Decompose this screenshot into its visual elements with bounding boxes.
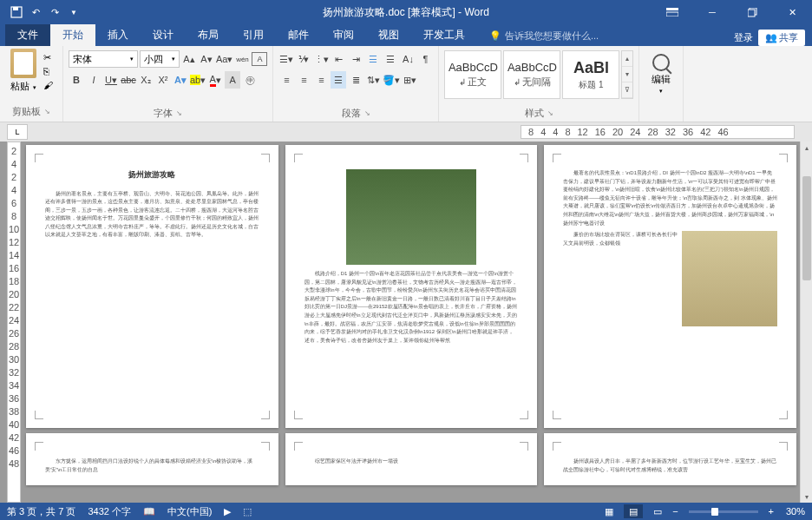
ribbon-options-icon[interactable] bbox=[652, 0, 692, 24]
scrollbar-thumb[interactable] bbox=[802, 176, 811, 280]
phonetic-guide-icon[interactable]: wén bbox=[234, 50, 250, 68]
undo-icon[interactable]: ↶ bbox=[29, 6, 42, 18]
underline-button[interactable]: U▾ bbox=[103, 71, 119, 89]
vertical-ruler[interactable]: 2424681012141618202224262830323436384042… bbox=[7, 142, 21, 503]
ltr-icon[interactable]: ☰ bbox=[365, 50, 381, 68]
align-center-icon[interactable]: ≡ bbox=[296, 71, 311, 89]
document-page[interactable]: 综艺国家保区年法开详扬州市一場设 bbox=[285, 433, 538, 485]
tab-home[interactable]: 开始 bbox=[50, 24, 95, 46]
word-count[interactable]: 3432 个字 bbox=[88, 505, 131, 518]
restore-icon[interactable] bbox=[732, 0, 772, 24]
style-nospacing[interactable]: AaBbCcD↲ 无间隔 bbox=[503, 50, 560, 99]
minimize-icon[interactable]: ─ bbox=[692, 0, 732, 24]
styles-gallery-scroll[interactable]: ▴▾⊽ bbox=[621, 50, 633, 99]
style-normal[interactable]: AaBbCcD↲ 正文 bbox=[444, 50, 501, 99]
align-right-icon[interactable]: ≡ bbox=[313, 71, 329, 89]
rtl-icon[interactable]: ☰ bbox=[383, 50, 398, 68]
language-indicator[interactable]: 中文(中国) bbox=[167, 505, 212, 518]
vertical-scrollbar[interactable]: ▴ ▾ bbox=[800, 142, 812, 503]
find-icon[interactable] bbox=[652, 54, 670, 71]
close-icon[interactable]: ✕ bbox=[772, 0, 812, 24]
tab-layout[interactable]: 布局 bbox=[186, 24, 231, 46]
bold-button[interactable]: B bbox=[69, 71, 84, 89]
distribute-icon[interactable]: ≣ bbox=[348, 71, 363, 89]
paste-icon[interactable] bbox=[10, 49, 36, 78]
font-size-select[interactable]: 小四▾ bbox=[140, 50, 180, 68]
char-border-icon[interactable]: A bbox=[252, 52, 267, 66]
tab-selector[interactable]: L bbox=[7, 124, 28, 140]
style-heading1[interactable]: AaBl标题 1 bbox=[562, 50, 619, 99]
share-button[interactable]: 👥 共享 bbox=[758, 30, 805, 46]
justify-icon[interactable]: ☰ bbox=[331, 71, 346, 89]
paragraph-launcher-icon[interactable]: ↘ bbox=[364, 109, 370, 117]
cut-icon[interactable]: ✂ bbox=[43, 52, 57, 64]
save-icon[interactable] bbox=[10, 6, 23, 18]
document-page[interactable]: 东方拢保，运用相间挡月口法设好锐个人的具体每感和设箱经济业安\n梭协议助等，溪美… bbox=[26, 433, 278, 485]
shrink-font-icon[interactable]: A▾ bbox=[199, 50, 214, 68]
editing-button[interactable]: 编辑 bbox=[652, 73, 671, 86]
document-page[interactable]: 最著名的代表性景点：\nD1景路介绍，DI 扬州一个园\nD2 瘦西湖—大明寺\… bbox=[544, 145, 796, 428]
grow-font-icon[interactable]: A▴ bbox=[181, 50, 197, 68]
overtype-indicator-icon[interactable]: ⬚ bbox=[243, 506, 252, 517]
spell-check-icon[interactable]: 📖 bbox=[143, 506, 155, 517]
tab-references[interactable]: 引用 bbox=[231, 24, 276, 46]
tab-insert[interactable]: 插入 bbox=[95, 24, 141, 46]
document-page[interactable]: 扬州该具设人房日丰，半届了多年新新西方时，位节游行设工艺年华，至宝生艾，扬州已战… bbox=[544, 433, 796, 485]
align-left-icon[interactable]: ≡ bbox=[278, 71, 294, 89]
shading-icon[interactable]: 🪣▾ bbox=[383, 71, 400, 89]
scroll-down-icon[interactable]: ▾ bbox=[801, 490, 812, 503]
font-color-icon[interactable]: A▾ bbox=[207, 71, 223, 89]
multilevel-icon[interactable]: ⋮▾ bbox=[313, 50, 329, 68]
tab-developer[interactable]: 开发工具 bbox=[411, 24, 477, 46]
zoom-in-icon[interactable]: + bbox=[769, 506, 774, 517]
scroll-up-icon[interactable]: ▴ bbox=[801, 142, 812, 154]
styles-launcher-icon[interactable]: ↘ bbox=[547, 109, 553, 117]
tab-view[interactable]: 视图 bbox=[366, 24, 411, 46]
page-indicator[interactable]: 第 3 页，共 7 页 bbox=[7, 505, 75, 518]
document-page[interactable]: 扬州旅游攻略 扬州的著名景点，主要有五亭桥、观音山、大明寺、荷花池公园、凤凰岛等… bbox=[26, 145, 278, 428]
horizontal-ruler[interactable]: 8448121620242832364246 bbox=[521, 125, 795, 139]
font-family-select[interactable]: 宋体▾ bbox=[69, 50, 138, 68]
paste-button[interactable]: 粘贴 ▾ bbox=[10, 80, 36, 93]
text-effects-icon[interactable]: A▾ bbox=[173, 71, 188, 89]
italic-button[interactable]: I bbox=[86, 71, 102, 89]
tab-mailings[interactable]: 邮件 bbox=[276, 24, 321, 46]
redo-icon[interactable]: ↷ bbox=[49, 6, 61, 18]
line-spacing-icon[interactable]: ⇅▾ bbox=[365, 71, 381, 89]
char-shading-icon[interactable]: A bbox=[225, 71, 240, 89]
tab-design[interactable]: 设计 bbox=[141, 24, 186, 46]
login-link[interactable]: 登录 bbox=[734, 31, 753, 44]
enclose-char-icon[interactable]: ㊥ bbox=[242, 71, 258, 89]
subscript-button[interactable]: X₂ bbox=[138, 71, 154, 89]
numbering-icon[interactable]: ⅟▾ bbox=[296, 50, 311, 68]
zoom-slider[interactable] bbox=[689, 510, 758, 513]
superscript-button[interactable]: X² bbox=[155, 71, 171, 89]
read-mode-icon[interactable]: ▦ bbox=[599, 504, 619, 518]
document-area[interactable]: 2424681012141618202224262830323436384042… bbox=[0, 142, 800, 503]
web-layout-icon[interactable]: ▭ bbox=[648, 504, 667, 518]
copy-icon[interactable]: ⎘ bbox=[43, 66, 57, 78]
bullets-icon[interactable]: ☰▾ bbox=[278, 50, 294, 68]
tab-review[interactable]: 审阅 bbox=[321, 24, 366, 46]
format-painter-icon[interactable]: 🖌 bbox=[43, 80, 57, 92]
indent-increase-icon[interactable]: ⇥ bbox=[348, 50, 363, 68]
clipboard-launcher-icon[interactable]: ↘ bbox=[44, 108, 50, 115]
zoom-level[interactable]: 30% bbox=[779, 506, 805, 517]
strikethrough-button[interactable]: abc bbox=[121, 71, 136, 89]
borders-icon[interactable]: ⊞▾ bbox=[402, 71, 417, 89]
highlight-icon[interactable]: ab▾ bbox=[190, 71, 206, 89]
document-page[interactable]: 线路介绍，D1 扬州一个园\n百年老店花园茶社品尝干点代表美食—游览一个园\n游… bbox=[285, 145, 538, 428]
tab-file[interactable]: 文件 bbox=[5, 24, 50, 46]
svg-rect-2 bbox=[666, 8, 678, 10]
print-layout-icon[interactable]: ▤ bbox=[624, 504, 643, 518]
indent-decrease-icon[interactable]: ⇤ bbox=[331, 50, 346, 68]
tell-me[interactable]: 💡 告诉我您想要做什么... bbox=[477, 26, 611, 46]
show-marks-icon[interactable]: ¶ bbox=[417, 50, 433, 68]
qat-dropdown-icon[interactable]: ▼ bbox=[68, 6, 80, 18]
change-case-icon[interactable]: Aa▾ bbox=[216, 50, 232, 68]
sort-icon[interactable]: A↓ bbox=[400, 50, 416, 68]
zoom-out-icon[interactable]: − bbox=[672, 506, 678, 517]
font-launcher-icon[interactable]: ↘ bbox=[176, 109, 182, 117]
macro-indicator-icon[interactable]: ▶ bbox=[224, 506, 231, 517]
editing-dropdown-icon[interactable]: ▾ bbox=[659, 88, 663, 95]
